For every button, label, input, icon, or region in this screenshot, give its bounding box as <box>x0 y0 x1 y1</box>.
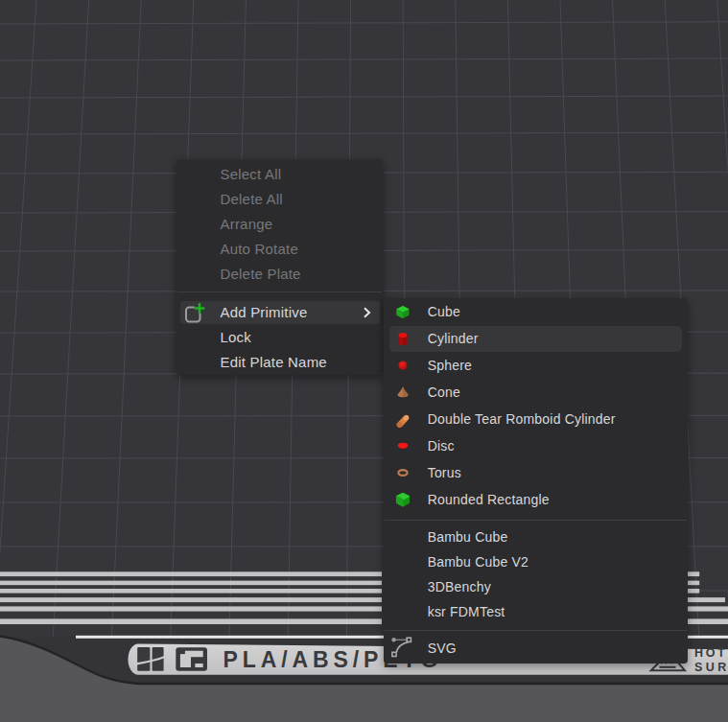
svg-text:HOT: HOT <box>694 646 727 660</box>
svg-text:SURF: SURF <box>694 661 728 674</box>
